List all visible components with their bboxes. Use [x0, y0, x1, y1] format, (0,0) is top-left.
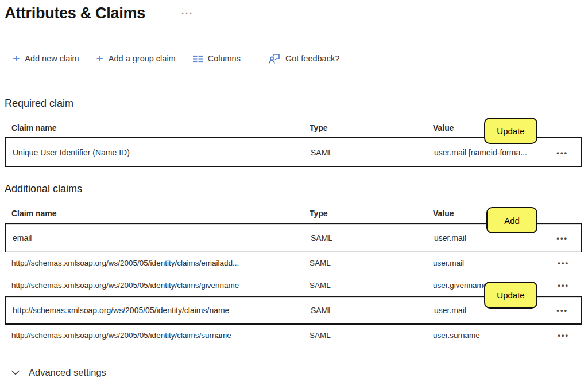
type-cell: SAML	[310, 259, 433, 267]
row-context-menu-button[interactable]: •••	[550, 259, 582, 267]
required-claim-heading: Required claim	[5, 98, 74, 110]
column-header-claim-name: Claim name	[5, 209, 310, 218]
chevron-down-icon	[11, 368, 20, 377]
command-bar: + Add new claim + Add a group claim Colu…	[11, 50, 341, 67]
advanced-settings-label: Advanced settings	[29, 367, 106, 378]
advanced-settings-toggle[interactable]: Advanced settings	[11, 367, 106, 378]
feedback-icon	[269, 53, 280, 64]
got-feedback-button[interactable]: Got feedback?	[268, 51, 341, 66]
claim-name-cell: http://schemas.xmlsoap.org/ws/2005/05/id…	[6, 306, 311, 315]
column-header-type: Type	[310, 209, 433, 218]
plus-icon: +	[96, 53, 103, 64]
annotation-callout-update: Update	[484, 118, 537, 144]
type-cell: SAML	[311, 306, 434, 315]
toolbar-underline	[2, 72, 586, 72]
column-header-type: Type	[310, 123, 433, 132]
columns-label: Columns	[208, 54, 241, 63]
type-cell: SAML	[311, 233, 434, 243]
plus-icon: +	[13, 53, 20, 64]
add-group-claim-button[interactable]: + Add a group claim	[95, 51, 177, 66]
type-cell: SAML	[311, 148, 434, 157]
columns-icon	[193, 55, 203, 63]
got-feedback-label: Got feedback?	[285, 54, 339, 63]
annotation-callout-update: Update	[484, 282, 537, 309]
attributes-claims-page: Attributes & Claims ··· + Add new claim …	[0, 0, 588, 386]
row-context-menu-button[interactable]: •••	[548, 306, 581, 315]
row-context-menu-button[interactable]: •••	[550, 281, 582, 290]
row-context-menu-button[interactable]: •••	[548, 149, 581, 157]
additional-claims-heading: Additional claims	[5, 183, 82, 195]
page-title: Attributes & Claims	[5, 5, 145, 22]
value-cell: user.mail	[434, 233, 548, 243]
claim-name-cell: Unique User Identifier (Name ID)	[6, 148, 311, 157]
value-cell: user.mail	[433, 259, 550, 267]
add-new-claim-label: Add new claim	[25, 54, 79, 63]
type-cell: SAML	[310, 331, 433, 340]
row-context-menu-button[interactable]: •••	[548, 234, 581, 243]
row-context-menu-button[interactable]: •••	[550, 331, 582, 340]
more-menu-icon[interactable]: ···	[181, 8, 194, 18]
table-row-surname[interactable]: http://schemas.xmlsoap.org/ws/2005/05/id…	[5, 325, 582, 346]
type-cell: SAML	[310, 281, 433, 290]
add-group-claim-label: Add a group claim	[109, 54, 176, 63]
claim-name-cell: http://schemas.xmlsoap.org/ws/2005/05/id…	[5, 259, 310, 267]
add-new-claim-button[interactable]: + Add new claim	[11, 51, 80, 66]
value-cell: user.surname	[433, 331, 550, 340]
table-row-emailaddress[interactable]: http://schemas.xmlsoap.org/ws/2005/05/id…	[5, 252, 582, 274]
columns-button[interactable]: Columns	[192, 52, 242, 65]
value-cell: user.mail [nameid-forma...	[434, 148, 548, 157]
claim-name-cell: http://schemas.xmlsoap.org/ws/2005/05/id…	[5, 281, 310, 290]
claim-name-cell: http://schemas.xmlsoap.org/ws/2005/05/id…	[5, 331, 310, 340]
annotation-callout-add: Add	[486, 207, 537, 233]
column-header-claim-name: Claim name	[5, 123, 310, 132]
toolbar-divider	[256, 52, 256, 65]
claim-name-cell: email	[6, 233, 311, 243]
